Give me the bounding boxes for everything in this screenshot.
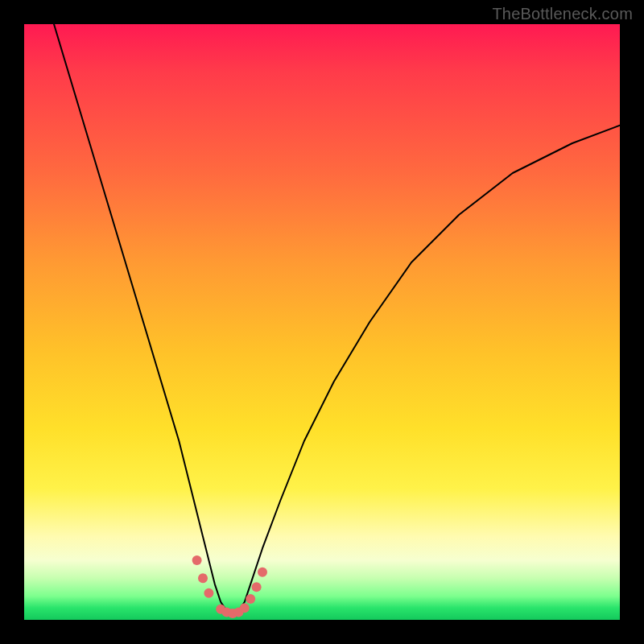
chart-frame: TheBottleneck.com <box>0 0 644 644</box>
chart-plot-area <box>24 24 620 620</box>
watermark-text: TheBottleneck.com <box>492 5 633 23</box>
